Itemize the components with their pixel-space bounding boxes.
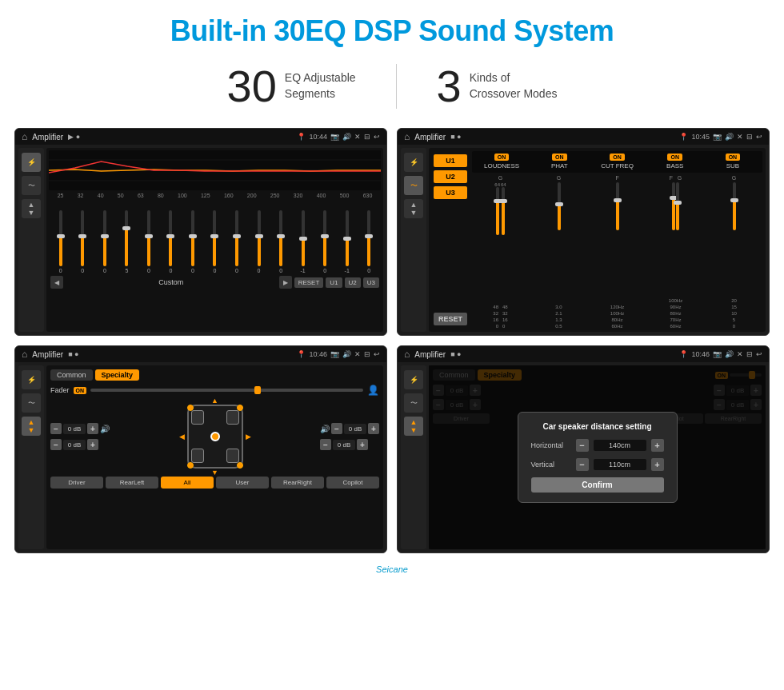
- xo-minimize-icon[interactable]: ⊟: [746, 133, 753, 141]
- xo-record-dot: ■ ●: [450, 133, 461, 141]
- xo-location-icon: 📍: [679, 133, 688, 141]
- xo-status-left: ⌂ Amplifier ■ ●: [404, 131, 462, 142]
- dist-screen-title: Amplifier: [414, 350, 446, 359]
- dialog-vertical-plus[interactable]: +: [651, 458, 664, 471]
- sp-fader-on[interactable]: ON: [74, 387, 87, 394]
- sp-user-btn[interactable]: User: [216, 477, 269, 489]
- sp-rearleft-btn[interactable]: RearLeft: [106, 477, 158, 489]
- eq-u3-btn[interactable]: U3: [363, 277, 379, 288]
- sp-home-icon[interactable]: ⌂: [22, 349, 27, 360]
- sp-close-icon[interactable]: ✕: [354, 350, 361, 358]
- xo-loudness-badge[interactable]: ON: [494, 154, 510, 161]
- sp-record-dot: ■ ●: [68, 350, 78, 358]
- eq-wave-btn[interactable]: 〜: [22, 176, 41, 195]
- sp-minimize-icon[interactable]: ⊟: [364, 350, 370, 358]
- sp-rr-plus[interactable]: +: [357, 439, 368, 450]
- sp-all-btn[interactable]: All: [161, 477, 214, 489]
- eq-prev-btn[interactable]: ◀: [50, 276, 63, 289]
- sp-fr-plus[interactable]: +: [368, 423, 379, 434]
- xo-u3-btn[interactable]: U3: [434, 186, 467, 199]
- xo-home-icon[interactable]: ⌂: [404, 131, 410, 142]
- eq-slider-13[interactable]: -1: [337, 210, 358, 273]
- xo-u2-btn[interactable]: U2: [434, 170, 467, 183]
- eq-slider-4[interactable]: 0: [138, 210, 159, 273]
- back-icon[interactable]: ↩: [374, 133, 380, 141]
- sp-rl-minus[interactable]: −: [50, 439, 62, 450]
- eq-slider-9[interactable]: 0: [249, 210, 270, 273]
- sp-vol-btn[interactable]: ▲▼: [22, 417, 41, 436]
- camera-icon: 📷: [330, 133, 339, 141]
- sp-fl-minus[interactable]: −: [50, 423, 62, 434]
- sp-fader-track[interactable]: [90, 389, 363, 392]
- home-icon[interactable]: ⌂: [22, 131, 27, 142]
- sp-specialty-tab[interactable]: Specialty: [95, 369, 140, 381]
- xo-sub: ON SUB: [705, 154, 761, 170]
- sp-filter-btn[interactable]: ⚡: [22, 370, 41, 389]
- eq-status-left: ⌂ Amplifier ▶ ●: [22, 131, 80, 142]
- minimize-icon[interactable]: ⊟: [364, 133, 370, 141]
- confirm-button[interactable]: Confirm: [531, 477, 664, 493]
- sp-fr-minus[interactable]: −: [331, 423, 342, 434]
- dialog-horizontal-minus[interactable]: −: [576, 439, 589, 452]
- sp-driver-btn[interactable]: Driver: [50, 477, 103, 489]
- eq-vol-btn[interactable]: ▲▼: [22, 199, 41, 218]
- dialog-vertical-minus[interactable]: −: [576, 458, 589, 471]
- eq-sidebar: ⚡ 〜 ▲▼: [18, 148, 44, 332]
- eq-time: 10:44: [309, 133, 327, 141]
- xo-bass-badge[interactable]: ON: [667, 154, 682, 161]
- eq-slider-7[interactable]: 0: [205, 210, 226, 273]
- dist-close-icon[interactable]: ✕: [737, 350, 743, 358]
- eq-slider-0[interactable]: 0: [50, 210, 71, 273]
- eq-u2-btn[interactable]: U2: [345, 277, 361, 288]
- xo-u1-btn[interactable]: U1: [434, 154, 467, 167]
- sp-rl-plus[interactable]: +: [87, 439, 98, 450]
- dist-camera-icon: 📷: [713, 350, 722, 358]
- xo-filter-btn[interactable]: ⚡: [404, 153, 423, 172]
- sp-back-icon[interactable]: ↩: [374, 350, 380, 358]
- sp-fader-thumb[interactable]: [254, 386, 261, 394]
- xo-reset-btn[interactable]: RESET: [434, 313, 467, 325]
- sp-rl-db: − 0 dB +: [50, 439, 110, 450]
- eq-slider-1[interactable]: 0: [73, 210, 94, 273]
- sp-wave-btn[interactable]: 〜: [22, 393, 41, 413]
- dist-wave-btn[interactable]: 〜: [404, 393, 423, 413]
- xo-close-icon[interactable]: ✕: [737, 133, 743, 141]
- eq-slider-6[interactable]: 0: [182, 210, 203, 273]
- dist-back-icon[interactable]: ↩: [756, 350, 762, 358]
- dist-volume-icon: 🔊: [725, 350, 734, 358]
- eq-u1-btn[interactable]: U1: [326, 277, 342, 288]
- xo-wave-btn[interactable]: 〜: [404, 176, 423, 195]
- eq-slider-14[interactable]: 0: [358, 210, 379, 273]
- eq-slider-2[interactable]: 0: [94, 210, 115, 273]
- sp-rearright-btn[interactable]: RearRight: [271, 477, 324, 489]
- speaker-screen-card: ⌂ Amplifier ■ ● 📍 10:46 📷 🔊 ✕ ⊟ ↩ ⚡ 〜 ▲▼: [14, 345, 387, 553]
- dist-home-icon[interactable]: ⌂: [404, 349, 410, 360]
- eq-next-btn[interactable]: ▶: [279, 276, 292, 289]
- dist-minimize-icon[interactable]: ⊟: [746, 350, 753, 358]
- eq-slider-5[interactable]: 0: [161, 210, 182, 273]
- sp-copilot-btn[interactable]: Copilot: [326, 477, 379, 489]
- dist-vol-btn[interactable]: ▲▼: [404, 417, 423, 436]
- xo-sub-badge[interactable]: ON: [726, 154, 741, 161]
- xo-loudness: ON LOUDNESS: [474, 154, 530, 170]
- brand-footer: Seicane: [0, 561, 784, 580]
- dist-filter-btn[interactable]: ⚡: [404, 370, 423, 389]
- eq-slider-3[interactable]: 5: [117, 210, 138, 273]
- sp-status-right: 📍 10:46 📷 🔊 ✕ ⊟ ↩: [297, 350, 380, 358]
- eq-slider-10[interactable]: 0: [270, 210, 291, 273]
- xo-sub-label: SUB: [726, 162, 739, 170]
- xo-back-icon[interactable]: ↩: [756, 133, 762, 141]
- eq-slider-8[interactable]: 0: [226, 210, 247, 273]
- eq-slider-11[interactable]: -1: [293, 210, 314, 273]
- xo-vol-btn[interactable]: ▲▼: [404, 199, 423, 218]
- eq-filter-btn[interactable]: ⚡: [22, 153, 41, 172]
- sp-rr-minus[interactable]: −: [320, 439, 331, 450]
- sp-common-tab[interactable]: Common: [50, 369, 93, 381]
- sp-fl-plus[interactable]: +: [87, 423, 98, 434]
- dialog-horizontal-plus[interactable]: +: [651, 439, 664, 452]
- eq-slider-12[interactable]: 0: [314, 210, 335, 273]
- xo-phat-badge[interactable]: ON: [552, 154, 567, 161]
- eq-reset-btn[interactable]: RESET: [294, 277, 324, 288]
- xo-cutfreq-badge[interactable]: ON: [610, 154, 625, 161]
- close-icon[interactable]: ✕: [354, 133, 361, 141]
